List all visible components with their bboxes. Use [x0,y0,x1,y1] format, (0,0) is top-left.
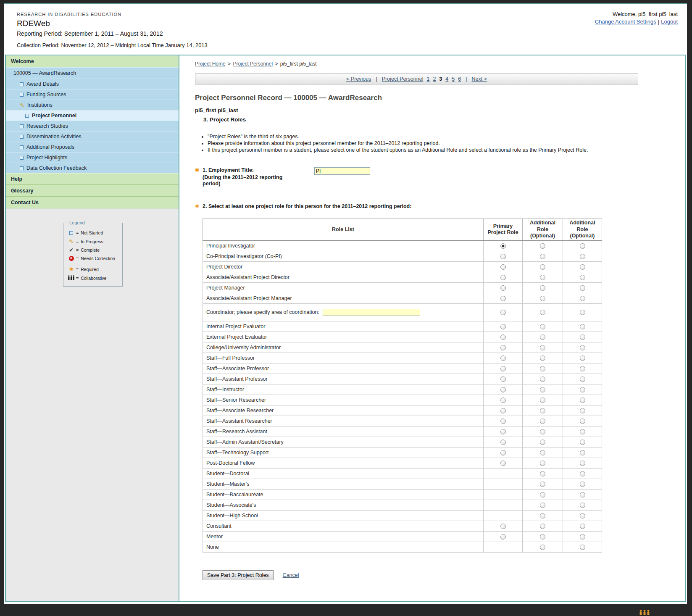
additional-role-1-radio[interactable] [540,450,545,455]
primary-role-radio[interactable] [500,398,506,403]
additional-role-2-radio[interactable] [580,285,585,291]
sidebar-item-welcome[interactable]: Welcome [6,55,179,67]
additional-role-2-radio[interactable] [580,408,585,413]
additional-role-1-radio[interactable] [540,513,545,519]
sidebar-item-award-details[interactable]: Award Details [6,79,179,89]
additional-role-2-radio[interactable] [580,324,585,329]
sidebar-item-research-studies[interactable]: Research Studies [6,121,179,131]
logout-link[interactable]: Logout [661,18,678,25]
additional-role-2-radio[interactable] [580,534,585,540]
sidebar-item-help[interactable]: Help [6,173,179,185]
additional-role-1-radio[interactable] [540,429,545,434]
pager-page-link[interactable]: 6 [458,76,461,82]
additional-role-2-radio[interactable] [580,334,585,340]
additional-role-1-radio[interactable] [540,296,545,301]
additional-role-2-radio[interactable] [580,254,585,259]
sidebar-item-glossary[interactable]: Glossary [6,185,179,197]
additional-role-1-radio[interactable] [540,503,545,508]
sidebar-item-data-collection-feedback[interactable]: Data Collection Feedback [6,163,179,173]
primary-role-radio[interactable] [500,376,506,382]
additional-role-1-radio[interactable] [540,376,545,382]
pager-page-link[interactable]: 1 [426,76,429,82]
project-personnel-link[interactable]: Project Personnel [382,76,424,82]
sidebar-award-item[interactable]: 100005 — AwardResearch [6,67,179,79]
primary-role-radio[interactable] [500,275,506,280]
sidebar-item-contact-us[interactable]: Contact Us [6,197,179,208]
primary-role-radio[interactable] [500,534,506,540]
primary-role-radio[interactable] [500,408,506,413]
primary-role-radio[interactable] [500,296,506,301]
primary-role-radio[interactable] [500,254,506,259]
additional-role-1-radio[interactable] [540,264,545,270]
primary-role-radio[interactable] [500,461,506,466]
coordination-area-input[interactable] [323,309,420,316]
additional-role-2-radio[interactable] [580,398,585,403]
additional-role-2-radio[interactable] [580,513,585,519]
additional-role-1-radio[interactable] [540,482,545,487]
primary-role-radio[interactable] [500,450,506,455]
additional-role-1-radio[interactable] [540,492,545,498]
additional-role-1-radio[interactable] [540,408,545,413]
sidebar-item-project-personnel[interactable]: Project Personnel [6,110,179,121]
primary-role-radio[interactable] [500,524,506,529]
additional-role-1-radio[interactable] [540,254,545,259]
save-button[interactable]: Save Part 3: Project Roles [203,570,274,580]
additional-role-1-radio[interactable] [540,461,545,466]
additional-role-2-radio[interactable] [580,461,585,466]
sidebar-item-funding-sources[interactable]: Funding Sources [6,89,179,100]
additional-role-2-radio[interactable] [580,275,585,280]
additional-role-1-radio[interactable] [540,524,545,529]
additional-role-1-radio[interactable] [540,387,545,392]
additional-role-1-radio[interactable] [540,345,545,350]
change-account-settings-link[interactable]: Change Account Settings [595,18,656,25]
additional-role-2-radio[interactable] [580,471,585,476]
additional-role-2-radio[interactable] [580,366,585,371]
breadcrumb-link[interactable]: Project Personnel [233,61,273,67]
additional-role-1-radio[interactable] [540,366,545,371]
primary-role-radio[interactable] [500,419,506,424]
primary-role-radio[interactable] [500,324,506,329]
additional-role-2-radio[interactable] [580,243,585,249]
additional-role-2-radio[interactable] [580,345,585,350]
primary-role-radio[interactable] [500,429,506,434]
primary-role-radio[interactable] [500,345,506,350]
sidebar-item-project-highlights[interactable]: Project Highlights [6,152,179,163]
additional-role-1-radio[interactable] [540,243,545,249]
additional-role-1-radio[interactable] [540,398,545,403]
additional-role-2-radio[interactable] [580,524,585,529]
additional-role-2-radio[interactable] [580,419,585,424]
primary-role-radio[interactable] [500,285,506,291]
sidebar-item-additional-proposals[interactable]: Additional Proposals [6,142,179,152]
additional-role-2-radio[interactable] [580,492,585,498]
primary-role-radio[interactable] [500,310,506,315]
additional-role-1-radio[interactable] [540,471,545,476]
additional-role-2-radio[interactable] [580,503,585,508]
additional-role-1-radio[interactable] [540,440,545,445]
next-link[interactable]: Next > [471,76,487,82]
additional-role-1-radio[interactable] [540,310,545,315]
primary-role-radio[interactable] [500,243,506,249]
additional-role-1-radio[interactable] [540,534,545,540]
additional-role-2-radio[interactable] [580,264,585,270]
additional-role-1-radio[interactable] [540,545,545,550]
additional-role-1-radio[interactable] [540,334,545,340]
sidebar-item-dissemination-activities[interactable]: Dissemination Activities [6,131,179,142]
additional-role-2-radio[interactable] [580,355,585,361]
additional-role-2-radio[interactable] [580,545,585,550]
additional-role-1-radio[interactable] [540,275,545,280]
additional-role-1-radio[interactable] [540,324,545,329]
additional-role-2-radio[interactable] [580,387,585,392]
additional-role-2-radio[interactable] [580,376,585,382]
primary-role-radio[interactable] [500,387,506,392]
cancel-link[interactable]: Cancel [283,572,299,578]
additional-role-2-radio[interactable] [580,482,585,487]
primary-role-radio[interactable] [500,355,506,361]
sidebar-item-institutions[interactable]: ✎Institutions [6,100,179,110]
pager-page-link[interactable]: 5 [452,76,455,82]
additional-role-2-radio[interactable] [580,450,585,455]
pager-page-link[interactable]: 4 [445,76,448,82]
additional-role-1-radio[interactable] [540,285,545,291]
pager-page-link[interactable]: 2 [433,76,436,82]
employment-title-input[interactable] [314,167,370,175]
additional-role-2-radio[interactable] [580,429,585,434]
